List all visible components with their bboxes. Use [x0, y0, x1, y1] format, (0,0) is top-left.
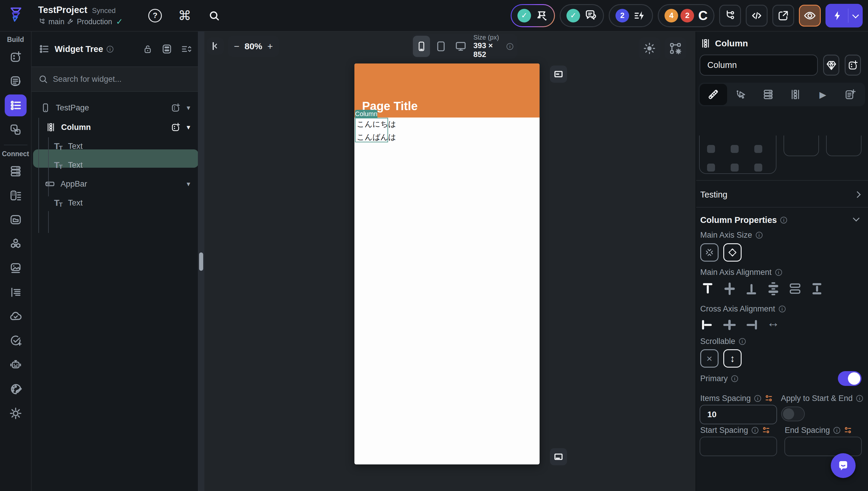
- zoom-out-button[interactable]: −: [234, 41, 239, 52]
- nav-app-assets[interactable]: [5, 209, 27, 231]
- set-from-variable-icon[interactable]: [762, 426, 770, 435]
- padding-editor[interactable]: [699, 136, 776, 174]
- column-properties-collapse-chevron[interactable]: [853, 215, 860, 222]
- padding-input-left[interactable]: [784, 136, 819, 156]
- preview-app-bar[interactable]: Page Title: [354, 63, 540, 117]
- row-menu-caret[interactable]: ▾: [187, 104, 190, 112]
- info-icon[interactable]: i: [775, 269, 782, 276]
- lock-icon[interactable]: [142, 44, 153, 54]
- run-options-chevron[interactable]: [848, 13, 863, 19]
- nav-cloud-functions[interactable]: [5, 306, 27, 327]
- start-spacing-input[interactable]: [700, 437, 777, 456]
- apply-start-end-toggle[interactable]: [781, 407, 805, 421]
- main-axis-size-min-button[interactable]: [700, 243, 719, 262]
- nav-widget-palette[interactable]: [5, 46, 27, 68]
- search-button[interactable]: [206, 7, 223, 24]
- cross-align-start-button[interactable]: [700, 317, 716, 333]
- help-button[interactable]: ?: [146, 7, 164, 24]
- command-palette-button[interactable]: ⌘: [176, 7, 193, 24]
- main-align-end-button[interactable]: [743, 281, 759, 297]
- panels-layout-icon[interactable]: [161, 44, 172, 55]
- end-spacing-input[interactable]: [784, 437, 862, 456]
- tree-sort-icon[interactable]: [181, 44, 192, 55]
- set-from-variable-icon[interactable]: [844, 426, 852, 435]
- widget-name-input[interactable]: [700, 55, 818, 76]
- tree-row-appbar[interactable]: AppBar ▾: [32, 174, 198, 193]
- add-widget-icon[interactable]: [171, 103, 181, 113]
- comments-pill[interactable]: ✓: [560, 4, 604, 27]
- info-icon[interactable]: i: [779, 306, 786, 312]
- padding-input-right[interactable]: [826, 136, 862, 156]
- tab-actions[interactable]: [727, 84, 755, 105]
- tree-row-text-2[interactable]: TT Text: [32, 155, 198, 174]
- canvas-settings-button[interactable]: [665, 37, 686, 59]
- run-button[interactable]: [826, 4, 863, 27]
- nav-integrations[interactable]: [5, 233, 27, 255]
- tab-data[interactable]: [754, 84, 782, 105]
- branch-name[interactable]: main: [49, 18, 64, 26]
- nav-custom-functions[interactable]: [5, 281, 27, 303]
- nav-media-assets[interactable]: [5, 257, 27, 279]
- set-from-variable-icon[interactable]: [764, 395, 773, 403]
- main-align-space-between-button[interactable]: [787, 281, 803, 297]
- nav-theme[interactable]: [5, 378, 27, 400]
- cross-align-center-button[interactable]: [722, 317, 737, 333]
- nav-components[interactable]: [5, 119, 27, 141]
- row-menu-caret[interactable]: ▾: [187, 123, 190, 132]
- nav-settings[interactable]: [5, 402, 27, 424]
- preview-text-1[interactable]: こんにちは: [357, 119, 396, 129]
- issues-pill[interactable]: 4 2 C: [658, 4, 715, 27]
- nav-automated-tests[interactable]: [5, 330, 27, 352]
- main-align-space-evenly-button[interactable]: [765, 281, 781, 297]
- tab-widget[interactable]: [782, 84, 809, 105]
- scrollable-off-button[interactable]: ×: [700, 349, 719, 368]
- items-spacing-input[interactable]: [700, 405, 777, 424]
- nav-ai-agent[interactable]: [5, 354, 27, 376]
- info-icon[interactable]: i: [754, 395, 761, 402]
- nav-database[interactable]: [5, 160, 27, 182]
- view-code-button[interactable]: [746, 5, 768, 27]
- tree-row-text-1[interactable]: TT Text: [32, 137, 198, 155]
- preview-text-2[interactable]: こんばんは: [357, 132, 396, 142]
- tab-documentation[interactable]: [836, 84, 864, 105]
- theme-mode-button[interactable]: [638, 37, 660, 59]
- primary-toggle[interactable]: [838, 371, 862, 386]
- theme-gem-button[interactable]: [823, 55, 839, 76]
- info-icon[interactable]: i: [731, 375, 738, 382]
- actions-pill[interactable]: 2: [609, 4, 653, 27]
- main-align-space-around-button[interactable]: [809, 281, 825, 297]
- size-info-icon[interactable]: i: [507, 43, 513, 50]
- main-align-start-button[interactable]: [700, 281, 716, 297]
- environment-name[interactable]: Production: [77, 18, 112, 26]
- tree-row-column[interactable]: Column ▾: [32, 118, 198, 137]
- cross-align-stretch-button[interactable]: ↔: [765, 315, 781, 331]
- device-preview[interactable]: Page Title Column こんにちは こんばんは: [354, 63, 540, 464]
- testing-section-row[interactable]: Testing: [700, 190, 727, 200]
- info-icon[interactable]: i: [752, 427, 758, 434]
- nav-data-types[interactable]: [5, 184, 27, 206]
- support-chat-button[interactable]: [831, 453, 856, 478]
- branch-manager-button[interactable]: [719, 5, 741, 27]
- tree-row-testpage[interactable]: TestPage ▾: [32, 98, 198, 117]
- tab-properties[interactable]: [700, 84, 727, 105]
- toggle-navbar-button[interactable]: [550, 448, 567, 465]
- testing-expand-chevron[interactable]: [854, 191, 861, 198]
- info-icon[interactable]: i: [756, 232, 762, 238]
- add-widget-button[interactable]: [845, 55, 861, 76]
- zoom-in-button[interactable]: +: [267, 41, 273, 52]
- collapse-panel-button[interactable]: [207, 37, 224, 55]
- device-desktop-button[interactable]: [452, 36, 469, 57]
- nav-pages[interactable]: [5, 70, 27, 92]
- main-axis-size-max-button[interactable]: [723, 243, 742, 262]
- cross-align-end-button[interactable]: [743, 317, 759, 333]
- project-checks-pill[interactable]: ✓: [511, 4, 555, 27]
- scrollable-vertical-button[interactable]: ↕: [723, 349, 742, 368]
- tree-panel-scrollbar-thumb[interactable]: [199, 253, 203, 271]
- toggle-appbar-button[interactable]: [550, 65, 567, 83]
- main-align-center-button[interactable]: [722, 281, 737, 297]
- preview-mode-button[interactable]: [799, 5, 821, 27]
- info-icon[interactable]: i: [107, 46, 113, 53]
- row-menu-caret[interactable]: ▾: [187, 180, 190, 188]
- info-icon[interactable]: i: [834, 427, 840, 434]
- export-button[interactable]: [772, 5, 794, 27]
